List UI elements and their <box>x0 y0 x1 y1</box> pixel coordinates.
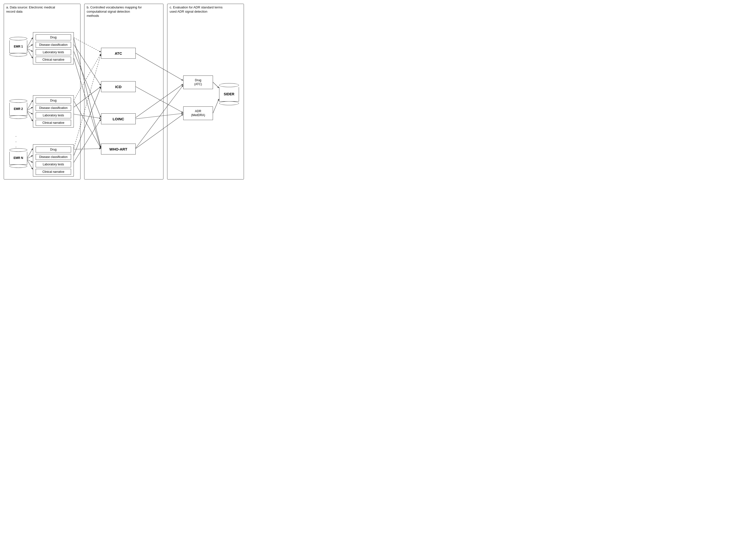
adr-meddra-box: ADR(MedDRA) <box>183 107 213 120</box>
emrn-drug: Drug <box>36 147 71 152</box>
emrn-lab: Laboratory tests <box>36 162 71 167</box>
emrn-cylinder: EMR N <box>9 148 27 168</box>
drug-atc-box: Drug(ATC) <box>183 76 213 89</box>
ellipsis-dots: ··· <box>16 134 17 150</box>
sider-cylinder: SIDER <box>219 83 239 105</box>
emr1-clinical: Clinical narrative <box>36 57 71 63</box>
emr2-clinical: Clinical narrative <box>36 120 71 126</box>
panel-b-label: b. Controlled vocabularies mapping forco… <box>87 5 161 18</box>
emr2-group: Drug Disease classification Laboratory t… <box>33 95 74 127</box>
emr2-cylinder: EMR 2 <box>9 99 27 119</box>
emrn-disease: Disease classification <box>36 154 71 160</box>
atc-box: ATC <box>101 48 136 59</box>
panel-c-label: c. Evaluation for ADR standard termsused… <box>170 5 241 14</box>
emr1-disease: Disease classification <box>36 42 71 48</box>
emr2-disease: Disease classification <box>36 105 71 111</box>
emr2-lab: Laboratory tests <box>36 112 71 118</box>
emr1-group: Drug Disease classification Laboratory t… <box>33 32 74 64</box>
emrn-clinical: Clinical narrative <box>36 169 71 175</box>
whoart-box: WHO-ART <box>101 144 136 154</box>
diagram-container: a. Data source: Electronic medicalrecord… <box>0 0 248 186</box>
emr1-drug: Drug <box>36 34 71 40</box>
emr1-cylinder: EMR 1 <box>9 37 27 56</box>
icd-box: ICD <box>101 81 136 92</box>
emrn-group: Drug Disease classification Laboratory t… <box>33 144 74 177</box>
panel-a-label: a. Data source: Electronic medicalrecord… <box>6 5 77 14</box>
loinc-box: LOINC <box>101 113 136 124</box>
emr1-lab: Laboratory tests <box>36 49 71 55</box>
emr2-drug: Drug <box>36 97 71 104</box>
